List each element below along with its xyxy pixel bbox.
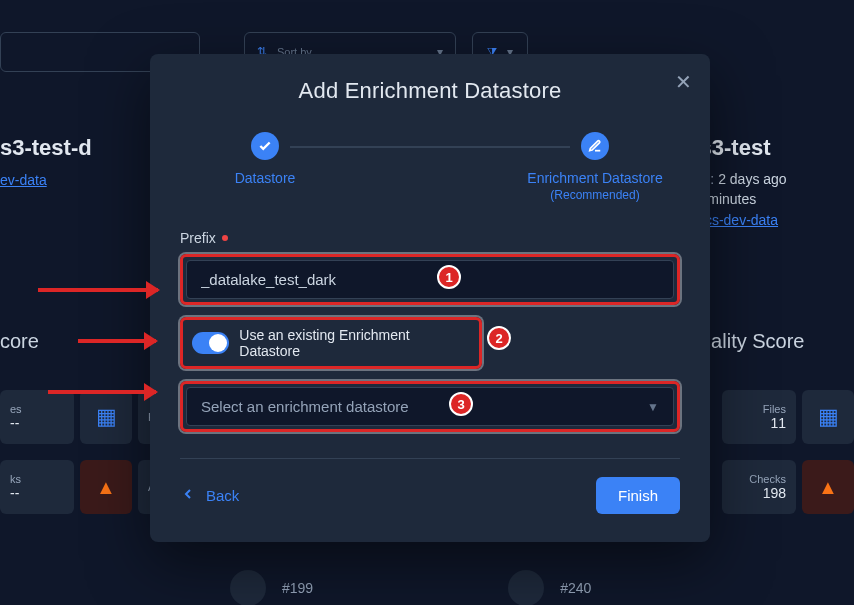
score-heading-left: core [0, 330, 39, 353]
tile-label: Files [763, 403, 786, 415]
tile: Checks 198 [722, 460, 796, 514]
tile: es -- [0, 390, 74, 444]
step-active-icon [581, 132, 609, 160]
warning-icon: ▲ [818, 476, 838, 499]
divider [180, 458, 680, 459]
back-button[interactable]: Back [180, 486, 239, 505]
avatar [508, 570, 544, 605]
step-enrichment[interactable]: Enrichment Datastore (Recommended) [510, 132, 680, 202]
activity-item: #240 [508, 570, 591, 605]
step-sublabel: (Recommended) [550, 188, 639, 202]
step-label: Datastore [235, 170, 296, 186]
tile-label: ks [10, 473, 21, 485]
step-label: Enrichment Datastore [527, 170, 662, 186]
use-existing-toggle[interactable] [192, 332, 229, 354]
table-icon: ▦ [96, 406, 117, 428]
add-enrichment-modal: ✕ Add Enrichment Datastore Datastore Enr… [150, 54, 710, 542]
prefix-label-text: Prefix [180, 230, 216, 246]
tile: Files 11 [722, 390, 796, 444]
prefix-label: Prefix [180, 230, 680, 246]
step-datastore[interactable]: Datastore [180, 132, 350, 186]
activity-id: #199 [282, 580, 313, 596]
tile: ks -- [0, 460, 74, 514]
back-label: Back [206, 487, 239, 504]
annotation-arrow-1 [38, 288, 158, 292]
card-link[interactable]: ev-data [0, 172, 47, 188]
highlight-toggle: Use an existing Enrichment Datastore 2 [180, 317, 482, 369]
tile-value: 198 [763, 485, 786, 501]
table-icon: ▦ [818, 406, 839, 428]
chevron-down-icon: ▼ [647, 400, 659, 414]
tile-label: es [10, 403, 22, 415]
activity-item: #199 [230, 570, 313, 605]
callout-1: 1 [437, 265, 461, 289]
close-button[interactable]: ✕ [675, 72, 692, 92]
stepper: Datastore Enrichment Datastore (Recommen… [180, 132, 680, 202]
close-icon: ✕ [675, 71, 692, 93]
tile-value: -- [10, 485, 19, 501]
tile-label: Checks [749, 473, 786, 485]
form: Prefix 1 Use an existing Enrichment Data… [180, 230, 680, 432]
tile-icon: ▦ [80, 390, 132, 444]
step-complete-icon [251, 132, 279, 160]
activity-id: #240 [560, 580, 591, 596]
callout-3: 3 [449, 392, 473, 416]
completed-value: 2 days ago [718, 171, 787, 187]
modal-actions: Back Finish [180, 477, 680, 514]
tile-warn: ▲ [802, 460, 854, 514]
highlight-select: Select an enrichment datastore ▼ 3 [180, 381, 680, 432]
activity-row: #199 #240 [230, 570, 591, 605]
select-placeholder: Select an enrichment datastore [201, 398, 409, 415]
callout-2: 2 [487, 326, 511, 350]
warning-icon: ▲ [96, 476, 116, 499]
tile-value: -- [10, 415, 19, 431]
annotation-arrow-2 [78, 339, 156, 343]
bg-card-left: s3-test-d ev-data [0, 135, 150, 189]
score-heading-right: uality Score [700, 330, 805, 353]
enrichment-datastore-select[interactable]: Select an enrichment datastore ▼ [186, 387, 674, 426]
finish-button[interactable]: Finish [596, 477, 680, 514]
tile-value: 11 [770, 415, 786, 431]
card-title: s3-test-d [0, 135, 150, 161]
avatar [230, 570, 266, 605]
highlight-prefix: 1 [180, 254, 680, 305]
tile-icon: ▦ [802, 390, 854, 444]
required-indicator [222, 235, 228, 241]
toggle-label: Use an existing Enrichment Datastore [239, 327, 470, 359]
prefix-input[interactable] [186, 260, 674, 299]
chevron-left-icon [180, 486, 196, 505]
annotation-arrow-3 [48, 390, 156, 394]
modal-title: Add Enrichment Datastore [180, 78, 680, 104]
tile-warn: ▲ [80, 460, 132, 514]
